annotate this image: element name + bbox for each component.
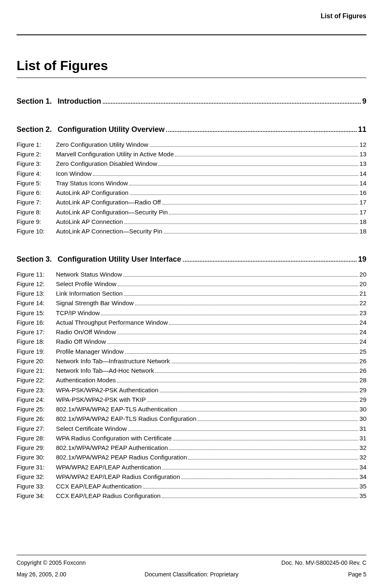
- figure-title: 802.1x/WPA/WPA2 PEAP Radius Configuratio…: [56, 452, 187, 462]
- figure-title: AutoLink AP Configuration—Radio Off: [56, 197, 161, 207]
- leader-dots: [118, 286, 358, 286]
- figure-page: 30: [359, 414, 366, 423]
- figure-page: 14: [359, 169, 366, 178]
- figure-title: Select Profile Window: [56, 279, 116, 289]
- figure-title: Zero Configuration Disabled Window: [56, 159, 157, 168]
- figure-label: Figure 27:: [17, 424, 56, 433]
- figure-label: Figure 22:: [17, 375, 56, 385]
- figure-title: WPA-PSK/WPA2-PSK Authentication: [56, 385, 158, 395]
- figure-title: CCX EAP/LEAP Radius Configuration: [56, 491, 160, 501]
- figure-label: Figure 7:: [17, 197, 56, 207]
- figure-label: Figure 11:: [17, 270, 56, 279]
- figure-page: 35: [359, 481, 366, 491]
- figure-title: Icon Window: [56, 169, 92, 178]
- toc-figure-row: Figure 1:Zero Configuration Utility Wind…: [17, 140, 366, 149]
- figure-page: 34: [359, 462, 366, 472]
- toc-figure-row: Figure 26:802.1x/WPA/WPA2 EAP-TLS Radius…: [17, 414, 366, 423]
- figure-title: CCX EAP/LEAP Authentication: [56, 481, 142, 491]
- figure-page: 12: [359, 140, 366, 149]
- figure-title: Signal Strength Bar Window: [56, 298, 134, 308]
- figure-label: Figure 28:: [17, 433, 56, 443]
- leader-dots: [166, 131, 356, 132]
- leader-dots: [129, 185, 359, 185]
- toc-body: Section 1.Introduction 9Section 2.Config…: [17, 97, 366, 501]
- figure-page: 32: [359, 452, 366, 462]
- leader-dots: [128, 430, 358, 431]
- leader-dots: [169, 324, 358, 325]
- figure-title: Radio On/Off Window: [56, 327, 116, 337]
- section-label: Section 2.: [17, 125, 52, 134]
- footer-classification: Document Classification: Proprietary: [116, 571, 267, 578]
- figure-page: 18: [359, 217, 366, 226]
- section-page: 19: [358, 255, 366, 264]
- figure-label: Figure 9:: [17, 217, 56, 226]
- toc-figure-row: Figure 6:AutoLink AP Configuration 16: [17, 188, 366, 197]
- leader-dots: [183, 261, 356, 262]
- figure-label: Figure 15:: [17, 308, 56, 318]
- figure-label: Figure 23:: [17, 385, 56, 395]
- figure-title: Profile Manager Window: [56, 347, 124, 356]
- toc-figure-row: Figure 17:Radio On/Off Window 24: [17, 327, 366, 337]
- leader-dots: [103, 103, 361, 104]
- footer-rule: [17, 555, 366, 555]
- toc-figure-row: Figure 27:Select Certificate Window 31: [17, 424, 366, 433]
- figure-title: Authentication Modes: [56, 375, 116, 385]
- toc-figure-row: Figure 33:CCX EAP/LEAP Authentication 35: [17, 481, 366, 491]
- toc-section-row: Section 2.Configuration Utility Overview…: [17, 125, 366, 134]
- leader-dots: [160, 392, 358, 392]
- figure-page: 24: [359, 318, 366, 327]
- running-header: List of Figures: [17, 12, 366, 20]
- figure-page: 20: [359, 270, 366, 279]
- figure-page: 26: [359, 366, 366, 375]
- leader-dots: [162, 204, 358, 204]
- toc-figure-row: Figure 23:WPA-PSK/WPA2-PSK Authenticatio…: [17, 385, 366, 395]
- leader-dots: [171, 363, 358, 363]
- section-title: Configuration Utility Overview: [58, 125, 165, 134]
- leader-dots: [107, 343, 359, 344]
- figure-title: WPA Radius Configuration with Certificat…: [56, 433, 172, 443]
- figure-title: Marvell Configuration Utility in Active …: [56, 149, 174, 159]
- figure-label: Figure 33:: [17, 481, 56, 491]
- figure-label: Figure 20:: [17, 356, 56, 366]
- figure-label: Figure 17:: [17, 327, 56, 337]
- figure-label: Figure 21:: [17, 366, 56, 375]
- figure-title: 802.1x/WPA/WPA2 EAP-TLS Radius Configura…: [56, 414, 196, 423]
- figure-label: Figure 13:: [17, 289, 56, 298]
- figure-label: Figure 1:: [17, 140, 56, 149]
- figure-page: 18: [359, 226, 366, 236]
- figure-title: WPA/WPA2 EAP/LEAP Radius Configuration: [56, 472, 180, 481]
- section-page: 9: [362, 97, 366, 106]
- figure-page: 35: [359, 491, 366, 501]
- toc-figure-row: Figure 2:Marvell Configuration Utility i…: [17, 149, 366, 159]
- toc-figure-row: Figure 15:TCP/IP Window 23: [17, 308, 366, 318]
- figure-label: Figure 25:: [17, 404, 56, 414]
- figure-label: Figure 4:: [17, 169, 56, 178]
- figure-label: Figure 14:: [17, 298, 56, 308]
- leader-dots: [123, 276, 358, 277]
- footer-date: May 26, 2005, 2.00: [17, 571, 116, 578]
- page-footer: Copyright © 2005 Foxconn Doc. No. MV-S80…: [17, 555, 366, 578]
- toc-figure-row: Figure 9:AutoLink AP Connection 18: [17, 217, 366, 226]
- figure-title: Network Info Tab—Infrastructure Network: [56, 356, 170, 366]
- figure-page: 21: [359, 289, 366, 298]
- toc-figure-row: Figure 5:Tray Status Icons Window 14: [17, 178, 366, 188]
- figure-title: AutoLink AP Connection—Security Pin: [56, 226, 162, 236]
- figure-title: TCP/IP Window: [56, 308, 100, 318]
- figure-page: 34: [359, 472, 366, 481]
- figure-label: Figure 30:: [17, 452, 56, 462]
- figure-label: Figure 19:: [17, 347, 56, 356]
- leader-dots: [135, 305, 359, 305]
- header-rule: [17, 34, 366, 35]
- figure-page: 25: [359, 347, 366, 356]
- section-title: Introduction: [58, 97, 101, 106]
- figure-page: 31: [359, 424, 366, 433]
- leader-dots: [155, 372, 358, 373]
- figure-page: 29: [359, 395, 366, 404]
- toc-figure-row: Figure 30:802.1x/WPA/WPA2 PEAP Radius Co…: [17, 452, 366, 462]
- toc-figure-row: Figure 28:WPA Radius Configuration with …: [17, 433, 366, 443]
- toc-figure-row: Figure 8:AutoLink AP Configuration—Secur…: [17, 207, 366, 217]
- section-title: Configuration Utility User Interface: [58, 255, 181, 264]
- leader-dots: [169, 450, 358, 450]
- figure-title: 802.1x/WPA/WPA2 PEAP Authentication: [56, 443, 168, 452]
- figure-title: Tray Status Icons Window: [56, 178, 128, 188]
